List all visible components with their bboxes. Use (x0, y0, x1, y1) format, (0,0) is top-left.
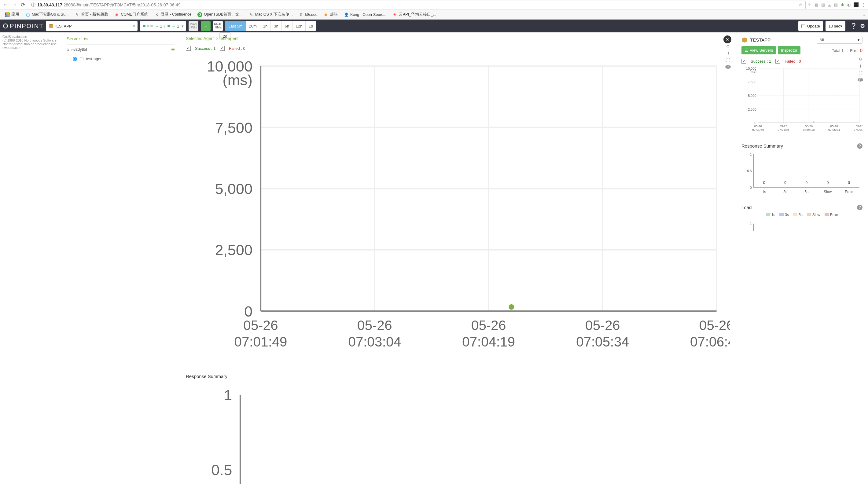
svg-text:5,000: 5,000 (748, 94, 756, 97)
selected-agent-breadcrumb: Selected Agent > test-agent (186, 36, 730, 41)
success-checkbox[interactable] (741, 59, 746, 64)
time-range-12h[interactable]: 12h (292, 21, 305, 31)
time-range-6h[interactable]: 6h (281, 21, 292, 31)
svg-text:3s: 3s (783, 189, 787, 194)
ext-icon[interactable]: ✱ (841, 2, 844, 7)
bookmark[interactable]: GOpenTSDB首页、文... (195, 11, 245, 18)
realtime-button[interactable]: REAL TIME (213, 21, 223, 31)
browser-toolbar: ← → ⟳ ⓘ 10.39.43.117:28080/#/main/TESTAP… (0, 0, 868, 10)
svg-text:(ms): (ms) (750, 70, 756, 73)
time-range-1h[interactable]: 1h (260, 21, 271, 31)
inspector-button[interactable]: Inspector (778, 46, 800, 54)
svg-text:07:05:34: 07:05:34 (828, 128, 840, 131)
radio-selected-icon (73, 57, 77, 61)
bookmark[interactable]: 🗎k8sdoc (296, 11, 320, 18)
bookmark[interactable]: ✕登录 - Confluence (152, 11, 194, 18)
bookmarks-bar: ⋮⋮应用 ◯Mac下安装Go & Su... ✎首页 - 新智超脑 ◉COME门… (0, 10, 868, 20)
svg-text:0.5: 0.5 (211, 462, 232, 478)
agent-details-panel: Selected Agent > test-agent ✕ Success : … (180, 32, 736, 484)
load-title: Load? (741, 202, 863, 213)
bookmark[interactable]: ✎Mac OS X 下安装使... (246, 11, 295, 18)
flow-depth[interactable]: →1 | →1 ▾ (140, 21, 186, 31)
success-checkbox[interactable] (186, 46, 191, 51)
help-icon[interactable]: ❔ (850, 23, 857, 29)
url-bar[interactable]: ⓘ 10.39.43.117:28080/#/main/TESTAPP@TOMC… (28, 1, 806, 9)
svg-point-72 (813, 121, 814, 123)
chevron-down-icon: ▾ (133, 24, 135, 28)
app-name: TESTAPP (54, 24, 71, 28)
svg-text:07:06:49: 07:06:49 (690, 334, 730, 349)
svg-text:05-26: 05-26 (357, 318, 392, 333)
svg-text:1: 1 (224, 387, 232, 404)
svg-text:1: 1 (750, 222, 752, 226)
failed-checkbox[interactable] (220, 46, 225, 51)
list-button[interactable]: ☰ (201, 21, 211, 31)
help-icon[interactable]: ? (857, 205, 863, 210)
time-range-1d[interactable]: 1d (305, 21, 316, 31)
bookmark-apps[interactable]: ⋮⋮应用 (2, 11, 22, 18)
svg-text:2,500: 2,500 (215, 242, 253, 258)
gear-icon[interactable]: ⚙ (860, 23, 865, 29)
interval-select[interactable]: 10 sec ▾ (826, 21, 845, 31)
ext-icon[interactable]: ◐ (847, 2, 850, 7)
server-host[interactable]: ⌂ i-vzdytl5t (67, 44, 175, 54)
view-servers-button[interactable]: ☰ View Servers (741, 46, 776, 54)
forward-icon[interactable]: → (11, 2, 17, 8)
ext-icon[interactable]: ◬ (828, 2, 831, 7)
was-only-button[interactable]: WAS ONLY (189, 21, 198, 31)
svg-text:05-26: 05-26 (585, 318, 620, 333)
svg-text:05-26: 05-26 (699, 318, 730, 333)
svg-text:07:01:49: 07:01:49 (234, 334, 287, 349)
chevron-down-icon: ▾ (182, 24, 184, 28)
svg-text:07:03:04: 07:03:04 (348, 334, 401, 349)
agent-item[interactable]: 🖵 test-agent (67, 54, 175, 64)
status-indicator (172, 49, 175, 51)
svg-text:07:06:49: 07:06:49 (854, 128, 863, 131)
time-range-selector: Last 5m20m1h3h6h12h1d (225, 21, 316, 31)
bookmark[interactable]: ✎首页 - 新智超脑 (72, 11, 111, 18)
ext-icon[interactable]: ▥ (821, 2, 825, 7)
timeseries-chart: 02,5005,0007,50010,000(ms)05-2607:01:490… (186, 53, 730, 366)
svg-text:05-26: 05-26 (471, 318, 506, 333)
time-range-Last5m[interactable]: Last 5m (225, 21, 245, 31)
bookmark[interactable]: 👤Kong - Open-Sourc... (341, 11, 389, 18)
ext-icon[interactable]: ⋮⋮ (854, 2, 859, 7)
server-list-panel: Server List ⌂ i-vzdytl5t 🖵 test-agent (61, 32, 180, 484)
reload-icon[interactable]: ⟳ (21, 2, 25, 8)
ext-icon[interactable]: ▦ (814, 2, 818, 7)
star-icon[interactable]: ☆ (798, 2, 802, 7)
time-range-3h[interactable]: 3h (271, 21, 281, 31)
response-summary-chart: 00.5101s03s05s0Slow0Error (741, 151, 863, 198)
chevron-down-icon: ▾ (840, 24, 842, 28)
agent-filter-select[interactable]: All▾ (817, 36, 863, 44)
application-select[interactable]: TESTAPP ▾ (46, 21, 137, 31)
bookmarks-overflow-icon[interactable]: » (863, 12, 866, 17)
svg-text:0: 0 (848, 181, 850, 185)
gear-icon[interactable]: ⚙ (725, 44, 731, 49)
svg-text:07:01:49: 07:01:49 (752, 128, 764, 131)
info-icon[interactable]: ⓘ (31, 2, 35, 8)
bookmark[interactable]: ◉COME门户系统 (112, 11, 151, 18)
bookmark[interactable]: ❀云API_华为云接口_... (390, 11, 439, 18)
app-header: PINPOINT TESTAPP ▾ →1 | →1 ▾ WAS ONLY ☰ … (0, 20, 868, 32)
app-summary-panel: TESTAPP All▾ ☰ View Servers Inspector To… (736, 32, 868, 484)
close-icon[interactable]: ✕ (723, 35, 732, 43)
svg-text:5,000: 5,000 (215, 181, 253, 197)
browser-extensions: ✈ ▦ ▥ ◬ ▤ ✱ ◐ ⋮⋮ ⋮ (808, 2, 866, 7)
response-summary-chart: 00.5101s03s05s0Slow0Error (186, 381, 730, 484)
bookmark[interactable]: ◉邮箱 (321, 11, 340, 18)
svg-text:05-26: 05-26 (754, 124, 762, 128)
gear-icon[interactable]: ⚙ (858, 57, 863, 61)
auto-update-toggle[interactable]: Update (798, 21, 823, 31)
ext-icon[interactable]: ✈ (808, 2, 811, 7)
svg-text:0: 0 (827, 181, 829, 185)
back-icon[interactable]: ← (2, 2, 8, 8)
svg-text:0: 0 (784, 181, 786, 185)
failed-checkbox[interactable] (775, 59, 780, 64)
time-range-20m[interactable]: 20m (246, 21, 260, 31)
chrome-menu-icon[interactable]: ⋮ (862, 2, 866, 7)
svg-text:Slow: Slow (824, 189, 832, 194)
bookmark[interactable]: ◯Mac下安装Go & Su... (23, 11, 71, 18)
ext-icon[interactable]: ▤ (834, 2, 838, 7)
help-icon[interactable]: ? (857, 143, 863, 149)
